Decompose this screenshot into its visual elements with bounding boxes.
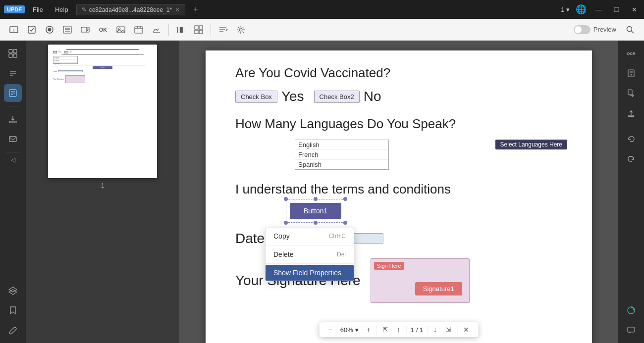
sidebar-item-mail[interactable] [4,130,22,148]
checkbox-no-field[interactable]: Check Box2 No [314,89,381,104]
zoom-level: 60% [340,326,353,334]
sidebar-item-export[interactable] [4,110,22,128]
grid-tool[interactable] [191,22,207,38]
nav-prev-button[interactable]: ↑ [394,324,403,335]
tab-filename: ce82ada4d9e8...4a8228eee_1* [89,6,172,13]
text-field-tool[interactable]: T [6,22,22,38]
listbox-placeholder: Select Languages Here [495,140,567,149]
zoom-dropdown-icon[interactable]: ▾ [355,326,359,334]
nav-next-button[interactable]: ↓ [430,324,440,335]
listbox-field[interactable]: English French Spanish [295,140,389,170]
sidebar-item-bookmark[interactable] [4,301,22,319]
tab-close-icon[interactable]: ✕ [175,6,180,13]
context-menu-separator [266,245,354,245]
context-menu-copy[interactable]: Copy Ctrl+C [266,228,354,244]
close-nav-button[interactable]: ✕ [460,324,472,335]
bottom-sep-2 [457,325,457,335]
undo-button[interactable] [622,130,640,148]
svg-rect-24 [195,26,198,29]
handle-tm [314,197,318,201]
image-tool[interactable] [113,22,129,38]
zoom-in-button[interactable]: + [364,324,374,335]
button-field-element[interactable]: Button1 [290,203,341,219]
dropdown-tool[interactable] [77,22,93,38]
file-menu[interactable]: File [29,5,47,14]
close-button[interactable]: ✕ [629,5,640,14]
left-sidebar: ◁ [0,41,26,343]
redo-button[interactable] [622,150,640,168]
svg-rect-35 [13,49,17,53]
tab-edit-icon: ✎ [82,6,86,13]
checkbox-yes-field[interactable]: Check Box Yes [235,89,304,104]
preview-toggle[interactable]: Preview [574,25,616,34]
help-menu[interactable]: Help [51,5,72,14]
sync-button[interactable] [622,301,640,319]
active-tab[interactable]: ✎ ce82ada4d9e8...4a8228eee_1* ✕ [76,4,186,15]
collapse-handle[interactable]: ◁ [11,156,15,163]
context-menu-show-properties[interactable]: Show Field Properties [266,265,354,281]
sidebar-item-forms[interactable] [4,84,22,102]
date-tool[interactable] [131,22,147,38]
question-covid: Are You Covid Vaccinated? [235,65,562,81]
svg-rect-36 [9,54,12,57]
search-button[interactable] [622,22,638,38]
sidebar-item-thumbnails[interactable] [4,45,22,62]
listbox-item-french: French [295,150,388,160]
svg-rect-21 [181,27,182,33]
toggle-track[interactable] [574,25,590,34]
chat-button[interactable] [622,321,640,339]
svg-rect-34 [9,49,12,53]
ocr-button[interactable]: OCR [622,45,640,62]
svg-point-31 [239,28,242,31]
nav-last-button[interactable]: ⇲ [443,325,454,335]
svg-rect-19 [179,27,179,33]
svg-point-4 [48,28,52,31]
toolbar-separator-1 [168,24,169,36]
button-tool[interactable]: OK [95,22,111,38]
sidebar-item-navigation[interactable] [4,64,22,82]
page-number-label: 1 [101,182,105,189]
zoom-out-button[interactable]: − [325,324,335,335]
svg-rect-23 [184,27,184,33]
minimize-button[interactable]: — [592,5,605,14]
svg-rect-52 [628,90,632,95]
barcode-tool[interactable] [173,22,189,38]
signature-field[interactable]: Sign Here Signature1 [371,258,470,303]
listbox-tool[interactable] [59,22,75,38]
question-languages: How Many Languages Do You Speak? [235,116,562,132]
page-thumbnail[interactable]: Yes No English French Spanish Button1 Da… [48,45,157,178]
signature-tool[interactable] [149,22,164,38]
checkbox-yes-value: Yes [281,89,304,104]
copy-shortcut: Ctrl+C [329,233,346,240]
radio-tool[interactable] [42,22,57,38]
scan-button[interactable] [622,64,640,82]
settings-tool[interactable] [233,22,249,38]
handle-bm [314,221,318,225]
svg-rect-20 [180,27,181,33]
maximize-button[interactable]: ❐ [611,5,623,14]
sidebar-item-attachment[interactable] [4,321,22,339]
context-menu-delete[interactable]: Delete Del [266,246,354,262]
sidebar-separator-2 [6,152,20,152]
svg-rect-27 [199,30,203,34]
signature-button[interactable]: Signature1 [415,282,462,295]
sign-here-badge: Sign Here [374,262,404,270]
page-selector[interactable]: 1 ▾ [561,6,570,13]
page-display: 1 / 1 [406,326,428,334]
pdf-viewer[interactable]: Are You Covid Vaccinated? Check Box Yes … [179,41,618,343]
organize-button[interactable] [622,84,640,102]
pdf-page: Are You Covid Vaccinated? Check Box Yes … [206,50,592,343]
listbox-item-spanish: Spanish [295,160,388,169]
copy-label: Copy [273,232,290,240]
handle-tr [343,197,347,201]
checkbox-tool[interactable] [24,22,40,38]
upload-button[interactable] [622,104,640,122]
updf-logo[interactable]: UPDF [4,5,25,13]
globe-icon[interactable]: 🌐 [576,4,587,15]
align-tool[interactable] [215,22,231,38]
add-tab-button[interactable]: + [189,4,202,15]
toolbar-separator-2 [211,24,211,36]
nav-first-button[interactable]: ⇱ [380,325,391,335]
date-label: Date [235,231,265,246]
sidebar-item-layers[interactable] [4,282,22,299]
